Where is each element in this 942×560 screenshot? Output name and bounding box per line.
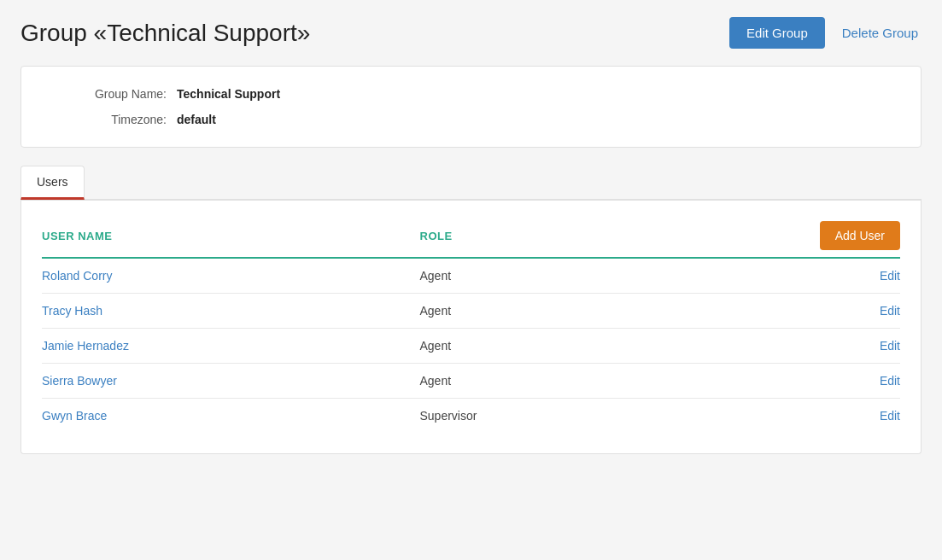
- user-name-cell[interactable]: Sierra Bowyer: [42, 374, 420, 388]
- user-action-cell: Edit: [798, 339, 900, 353]
- user-action-cell: Edit: [798, 374, 900, 388]
- user-name-cell[interactable]: Gwyn Brace: [42, 409, 420, 423]
- page-title: Group «Technical Support»: [20, 20, 310, 47]
- user-action-cell: Edit: [798, 409, 900, 423]
- column-action-header: Add User: [798, 221, 900, 250]
- table-row: Jamie Hernadez Agent Edit: [42, 329, 900, 364]
- user-role-cell: Agent: [420, 374, 799, 388]
- table-row: Sierra Bowyer Agent Edit: [42, 364, 900, 399]
- header-actions: Edit Group Delete Group: [729, 17, 922, 49]
- user-name-cell[interactable]: Roland Corry: [42, 269, 420, 283]
- user-name-cell[interactable]: Jamie Hernadez: [42, 339, 420, 353]
- page-header: Group «Technical Support» Edit Group Del…: [20, 17, 922, 49]
- edit-user-link[interactable]: Edit: [880, 409, 900, 423]
- group-name-label: Group Name:: [56, 87, 167, 101]
- edit-user-link[interactable]: Edit: [880, 269, 900, 283]
- table-row: Tracy Hash Agent Edit: [42, 294, 900, 329]
- table-row: Roland Corry Agent Edit: [42, 259, 900, 294]
- edit-user-link[interactable]: Edit: [880, 374, 900, 388]
- tab-content-users: USER NAME ROLE Add User Roland Corry Age…: [20, 201, 922, 454]
- timezone-row: Timezone: default: [56, 113, 886, 126]
- table-row: Gwyn Brace Supervisor Edit: [42, 399, 900, 433]
- delete-group-button[interactable]: Delete Group: [839, 17, 922, 49]
- edit-user-link[interactable]: Edit: [880, 304, 900, 318]
- page-container: Group «Technical Support» Edit Group Del…: [0, 0, 942, 560]
- user-role-cell: Agent: [420, 269, 799, 283]
- add-user-button[interactable]: Add User: [820, 221, 900, 250]
- timezone-value: default: [177, 113, 216, 126]
- user-action-cell: Edit: [798, 304, 900, 318]
- edit-group-button[interactable]: Edit Group: [729, 17, 825, 49]
- user-role-cell: Supervisor: [420, 409, 799, 423]
- column-username-header: USER NAME: [42, 230, 420, 242]
- column-role-header: ROLE: [420, 230, 799, 242]
- user-name-cell[interactable]: Tracy Hash: [42, 304, 420, 318]
- edit-user-link[interactable]: Edit: [880, 339, 900, 353]
- tab-users[interactable]: Users: [20, 166, 85, 200]
- user-role-cell: Agent: [420, 339, 799, 353]
- table-header-row: USER NAME ROLE Add User: [42, 221, 900, 259]
- user-action-cell: Edit: [798, 269, 900, 283]
- timezone-label: Timezone:: [56, 113, 167, 126]
- info-card: Group Name: Technical Support Timezone: …: [20, 66, 922, 148]
- tabs-bar: Users: [20, 165, 922, 201]
- users-table-body: Roland Corry Agent Edit Tracy Hash Agent…: [42, 259, 900, 433]
- tabs-section: Users USER NAME ROLE Add User Roland Cor…: [20, 165, 922, 454]
- group-name-value: Technical Support: [177, 87, 280, 101]
- user-role-cell: Agent: [420, 304, 799, 318]
- group-name-row: Group Name: Technical Support: [56, 87, 886, 101]
